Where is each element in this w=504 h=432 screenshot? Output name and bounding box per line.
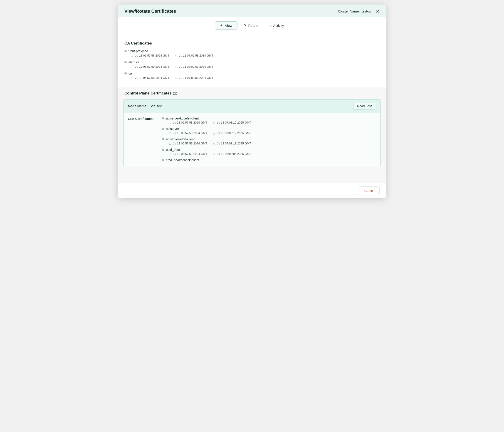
footer-close-button[interactable]: Close: [358, 186, 380, 195]
ca-section-title: CA Certificates: [124, 41, 380, 46]
leaf-cert-dot: [162, 159, 164, 161]
leaf-label: Leaf Certificates:: [128, 117, 162, 121]
leaf-cert-name: etcd_peer: [166, 148, 180, 151]
rotate-icon: ⟳: [243, 23, 247, 28]
ca-cert-front-proxy: front-proxy-ca ◴ Ju 13 06:57:58 2024 GMT…: [124, 49, 380, 57]
leaf-certs-list: apiserver-kubelet-client ◴ Ju 13 06:57:5…: [162, 117, 376, 165]
cert-dates: ◴ Ju 13 06:57:58 2024 GMT - △ Ju 11 07:0…: [131, 54, 380, 57]
tabs-bar: 👁 View ⟳ Rotate ≡ Activity: [118, 17, 386, 32]
warning-icon: △: [213, 152, 215, 156]
leaf-cert-item: apiserver ◴ Ju 13 06:57:58 2024 GMT - △ …: [162, 127, 376, 135]
warning-icon: △: [213, 121, 215, 124]
cert-dot: [124, 72, 127, 74]
warning-icon: △: [213, 142, 215, 145]
node-card-header: Node Name: vih-sc2 Read Less: [124, 100, 380, 113]
cert-name: front-proxy-ca: [128, 49, 148, 53]
clock-icon: ◴: [131, 65, 133, 68]
leaf-cert-item: etcd_healthcheck-client: [162, 158, 376, 162]
close-button[interactable]: ✕: [376, 9, 380, 14]
clock-icon: ◴: [131, 76, 133, 80]
warning-icon: △: [175, 54, 177, 57]
modal-body: CA Certificates front-proxy-ca ◴ Ju 13 0…: [118, 36, 386, 183]
node-value: vih-sc2: [151, 104, 162, 108]
control-plane-title: Control Plane Certificates (1): [124, 91, 380, 96]
leaf-cert-name: apiserver: [166, 127, 179, 131]
read-less-button[interactable]: Read Less: [353, 103, 376, 110]
cert-dates: ◴ Ju 13 06:57:58 2024 GMT - △ Ju 11 07:0…: [131, 76, 380, 80]
cert-name: ca: [128, 72, 132, 75]
modal-footer: Close: [118, 183, 386, 198]
tab-activity[interactable]: ≡ Activity: [264, 21, 289, 29]
warning-icon: △: [175, 76, 177, 80]
modal-header-right: Cluster Name: test-sc ✕: [338, 9, 380, 14]
cert-dates: ◴ Ju 13 06:57:59 2024 GMT - △ Ju 11 07:0…: [131, 65, 380, 68]
leaf-cert-dot: [162, 117, 164, 119]
leaf-cert-dot: [162, 148, 164, 151]
ca-cert-ca: ca ◴ Ju 13 06:57:58 2024 GMT - △ Ju 11 0…: [124, 72, 380, 80]
leaf-cert-dates: ◴ Ju 13 06:57:59 2024 GMT - △ Ju 13 07:0…: [166, 152, 376, 156]
leaf-cert-item: apiserver-etcd-client ◴ Ju 13 06:57:59 2…: [162, 138, 376, 145]
tab-view[interactable]: 👁 View: [215, 21, 237, 29]
clock-icon: ◴: [169, 121, 171, 124]
leaf-cert-item: apiserver-kubelet-client ◴ Ju 13 06:57:5…: [162, 117, 376, 124]
activity-icon: ≡: [270, 24, 272, 28]
cert-dot: [124, 50, 127, 52]
warning-icon: △: [175, 65, 177, 68]
leaf-cert-item: etcd_peer ◴ Ju 13 06:57:59 2024 GMT - △ …: [162, 148, 376, 156]
tab-rotate[interactable]: ⟳ Rotate: [238, 21, 263, 29]
leaf-cert-name: apiserver-etcd-client: [166, 138, 195, 141]
clock-icon: ◴: [169, 131, 171, 135]
node-card: Node Name: vih-sc2 Read Less Leaf Certif…: [124, 99, 380, 167]
control-plane-section: Control Plane Certificates (1) Node Name…: [124, 91, 380, 167]
node-card-body: Leaf Certificates: apiserver-kubelet-cli…: [124, 113, 380, 167]
leaf-cert-dates: ◴ Ju 13 06:57:58 2024 GMT - △ Ju 13 07:0…: [166, 121, 376, 124]
cert-dot: [124, 61, 127, 63]
leaf-cert-name: etcd_healthcheck-client: [166, 158, 199, 162]
ca-certificates-section: CA Certificates front-proxy-ca ◴ Ju 13 0…: [118, 36, 386, 87]
clock-icon: ◴: [169, 142, 171, 145]
leaf-cert-dot: [162, 128, 164, 130]
leaf-cert-name: apiserver-kubelet-client: [166, 117, 199, 120]
leaf-cert-dot: [162, 138, 164, 140]
modal-header: View/Rotate Certificates Cluster Name: t…: [118, 5, 386, 17]
cert-name: etcd_ca: [128, 60, 140, 64]
clock-icon: ◴: [169, 152, 171, 156]
view-icon: 👁: [220, 24, 223, 28]
leaf-certs-row: Leaf Certificates: apiserver-kubelet-cli…: [128, 117, 376, 165]
node-label: Node Name:: [128, 104, 148, 108]
clock-icon: ◴: [131, 54, 133, 57]
leaf-cert-dates: ◴ Ju 13 06:57:58 2024 GMT - △ Ju 13 07:0…: [166, 131, 376, 135]
cluster-name: Cluster Name: test-sc: [338, 9, 372, 13]
modal-title: View/Rotate Certificates: [124, 9, 176, 14]
warning-icon: △: [213, 131, 215, 135]
node-name-row: Node Name: vih-sc2: [128, 104, 162, 108]
modal: View/Rotate Certificates Cluster Name: t…: [118, 5, 386, 198]
leaf-cert-dates: ◴ Ju 13 06:57:59 2024 GMT - △ Ju 13 07:0…: [166, 142, 376, 145]
ca-cert-etcd: etcd_ca ◴ Ju 13 06:57:59 2024 GMT - △ Ju…: [124, 60, 380, 68]
